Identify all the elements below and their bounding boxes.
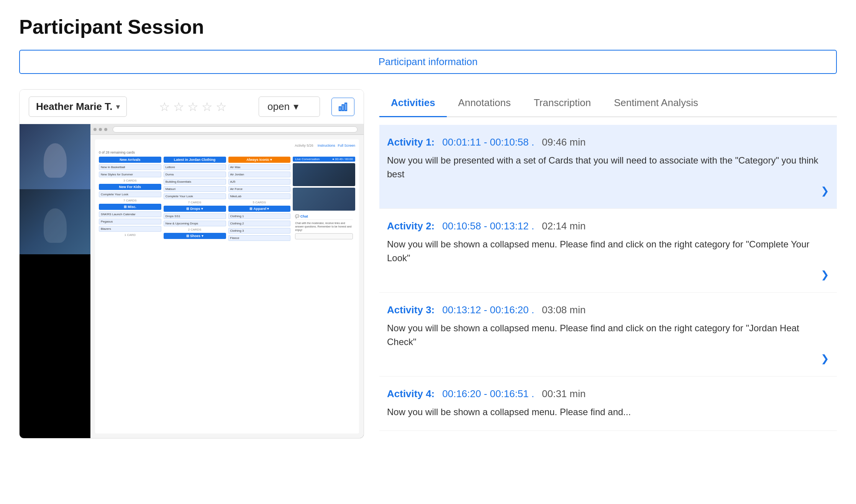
tabs-row: Activities Annotations Transcription Sen… — [379, 89, 837, 117]
tab-annotations[interactable]: Annotations — [447, 89, 522, 116]
activity-3-duration: 03:08 min — [542, 304, 585, 316]
card-sort-area: Activity 5/26 Instructions Full Screen 0… — [95, 139, 359, 434]
participant-name: Heather Marie T. — [36, 101, 112, 113]
cat-card: Complete Your Look — [99, 191, 161, 197]
activity-4-label: Activity 4: — [387, 388, 435, 400]
webcam-person-1 — [20, 124, 90, 189]
cat-apparel: ⊞ Apparel ▾ — [228, 206, 291, 212]
star-3[interactable]: ☆ — [187, 100, 198, 114]
cat-shoes: ⊞ Shoes ▾ — [164, 233, 226, 239]
activity-4-header: Activity 4: 00:16:20 - 00:16:51 . 00:31 … — [387, 388, 829, 400]
activity-2-header: Activity 2: 00:10:58 - 00:13:12 . 02:14 … — [387, 220, 829, 232]
mini-person-2 — [293, 188, 355, 211]
browser-dot-2 — [99, 128, 102, 131]
cat-card: Clothing 3 — [228, 228, 291, 234]
activity-1-footer: ❯ — [387, 185, 829, 197]
status-dropdown[interactable]: open ▾ — [259, 97, 320, 117]
cat-drops: ⊞ Drops ▾ — [164, 206, 226, 212]
star-1[interactable]: ☆ — [159, 100, 170, 114]
chevron-right-icon-2[interactable]: ❯ — [821, 269, 829, 281]
chevron-right-icon-1[interactable]: ❯ — [821, 185, 829, 197]
cat-card: Drops SS1 — [164, 213, 226, 219]
main-content: Heather Marie T. ▾ ☆ ☆ ☆ ☆ ☆ open ▾ — [19, 89, 837, 439]
categories-grid: New Arrivals New in Basketball New Style… — [99, 157, 355, 242]
svg-rect-2 — [345, 103, 346, 111]
activity-item-2: Activity 2: 00:10:58 - 00:13:12 . 02:14 … — [379, 209, 837, 293]
app-content-area: Activity 5/26 Instructions Full Screen 0… — [90, 135, 364, 438]
cat-card: NikeLab — [228, 193, 291, 199]
activity-3-desc: Now you will be shown a collapsed menu. … — [387, 321, 829, 349]
chevron-right-icon-3[interactable]: ❯ — [821, 353, 829, 365]
cat-card: Building Essentials — [164, 179, 226, 185]
tab-transcription[interactable]: Transcription — [522, 89, 602, 116]
webcam-overlay — [20, 124, 90, 254]
cat-card: Matsuri — [164, 186, 226, 192]
cat-new-for-kids: New For Kids — [99, 184, 161, 190]
activity-2-duration: 02:14 min — [542, 220, 585, 232]
mini-video-header: Live Conversation ● 00:49 / 60:00 — [293, 157, 355, 162]
activity-1-desc: Now you will be presented with a set of … — [387, 154, 829, 181]
category-col-3: Always Iconic ▾ Air Max Air Jordan AJ5 A… — [228, 157, 291, 242]
activity-2-time: 00:10:58 - 00:13:12 . — [442, 220, 534, 232]
cat-card: Complete Your Look — [164, 193, 226, 199]
video-header: Heather Marie T. ▾ ☆ ☆ ☆ ☆ ☆ open ▾ — [20, 90, 364, 124]
status-chevron-icon: ▾ — [294, 101, 298, 113]
activity-2-desc: Now you will be shown a collapsed menu. … — [387, 237, 829, 265]
screen-share-area: Activity 5/26 Instructions Full Screen 0… — [90, 124, 364, 438]
activity-1-time: 00:01:11 - 00:10:58 . — [442, 136, 534, 148]
participant-dropdown[interactable]: Heather Marie T. ▾ — [29, 97, 127, 117]
browser-url-bar — [113, 126, 357, 133]
cat-count: 3 CARDS — [99, 179, 161, 182]
browser-dot-1 — [93, 128, 97, 131]
star-4[interactable]: ☆ — [202, 100, 213, 114]
chat-title: 💬 Chat — [295, 214, 353, 220]
cat-card: Blazers — [99, 226, 161, 232]
activity-4-desc: Now you will be shown a collapsed menu. … — [387, 405, 829, 419]
cat-card: Lettore — [164, 164, 226, 170]
cat-card: Fleece — [228, 235, 291, 241]
browser-bar — [90, 124, 364, 135]
cat-card: Air Jordan — [228, 172, 291, 177]
cat-count: 1 CARD — [99, 233, 161, 237]
chart-button[interactable] — [331, 98, 354, 116]
cat-card: Pegasus — [99, 219, 161, 224]
tab-activities[interactable]: Activities — [379, 89, 447, 116]
activity-3-footer: ❯ — [387, 353, 829, 365]
star-5[interactable]: ☆ — [216, 100, 227, 114]
browser-dot-3 — [104, 128, 107, 131]
page-title: Participant Session — [19, 15, 837, 38]
mini-person-1 — [293, 163, 355, 186]
activity-1-duration: 09:46 min — [542, 136, 585, 148]
card-sort-header: Activity 5/26 Instructions Full Screen — [99, 143, 355, 147]
cat-card: Clothing 1 — [228, 213, 291, 219]
cat-card: New in Basketball — [99, 164, 161, 170]
cat-card: Air Max — [228, 164, 291, 170]
cat-card: New Styles for Summer — [99, 172, 161, 177]
activity-2-footer: ❯ — [387, 269, 829, 281]
star-rating[interactable]: ☆ ☆ ☆ ☆ ☆ — [138, 100, 247, 114]
cat-card: Air Force — [228, 186, 291, 192]
page-wrapper: Participant Session Participant informat… — [0, 0, 856, 439]
tab-sentiment-analysis[interactable]: Sentiment Analysis — [602, 89, 710, 116]
star-2[interactable]: ☆ — [173, 100, 184, 114]
cat-count: 5 CARDS — [228, 201, 291, 204]
svg-rect-1 — [342, 105, 344, 110]
left-panel: Heather Marie T. ▾ ☆ ☆ ☆ ☆ ☆ open ▾ — [19, 89, 364, 439]
chevron-down-icon: ▾ — [116, 103, 120, 111]
cat-card: Clothing 2 — [228, 221, 291, 226]
right-panel: Activities Annotations Transcription Sen… — [379, 89, 837, 439]
chat-input[interactable] — [295, 233, 353, 239]
category-col-2: Latest in Jordan Clothing Lettore Duma B… — [164, 157, 226, 242]
activity-1-label: Activity 1: — [387, 136, 435, 148]
activity-item-1: Activity 1: 00:01:11 - 00:10:58 . 09:46 … — [379, 125, 837, 209]
activity-3-label: Activity 3: — [387, 304, 435, 316]
status-value: open — [267, 101, 290, 113]
cat-card: Duma — [164, 172, 226, 177]
chat-desc: Chat with the moderator, receive links a… — [295, 221, 353, 232]
activity-4-time: 00:16:20 - 00:16:51 . — [442, 388, 534, 400]
participant-info-button[interactable]: Participant information — [19, 50, 837, 74]
activity-3-header: Activity 3: 00:13:12 - 00:16:20 . 03:08 … — [387, 304, 829, 316]
activity-4-duration: 00:31 min — [542, 388, 585, 400]
category-col-video: Live Conversation ● 00:49 / 60:00 💬 Chat… — [293, 157, 355, 242]
video-container: Activity 5/26 Instructions Full Screen 0… — [20, 124, 364, 438]
